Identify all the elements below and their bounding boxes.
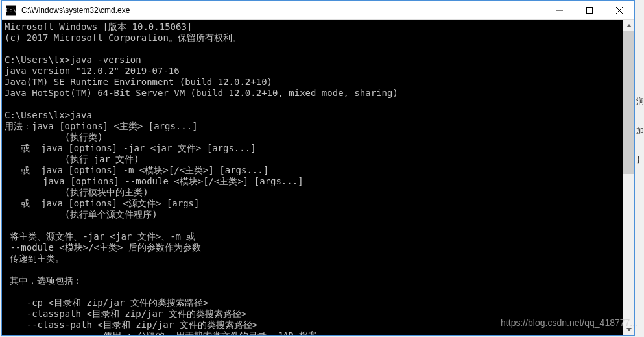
app-icon: C:\ [6,5,16,16]
terminal-area: Microsoft Windows [版本 10.0.15063] (c) 20… [2,20,634,335]
scroll-down-button[interactable] [623,324,634,335]
scroll-thumb[interactable] [623,31,634,174]
cropped-side-text: 涧 加 】 [636,78,644,184]
side-char-0: 涧 [636,96,644,107]
side-char-1: 加 [636,125,644,136]
window-controls [545,1,634,19]
terminal-output[interactable]: Microsoft Windows [版本 10.0.15063] (c) 20… [2,20,623,335]
side-char-2: 】 [636,155,644,166]
close-button[interactable] [604,1,634,19]
svg-rect-1 [587,7,593,13]
window-title: C:\Windows\system32\cmd.exe [20,6,545,15]
scroll-up-button[interactable] [623,20,634,31]
titlebar[interactable]: C:\ C:\Windows\system32\cmd.exe [2,1,634,20]
minimize-button[interactable] [545,1,575,19]
maximize-button[interactable] [575,1,604,19]
vertical-scrollbar[interactable] [623,20,634,335]
cmd-window: C:\ C:\Windows\system32\cmd.exe Microsof… [1,0,635,336]
